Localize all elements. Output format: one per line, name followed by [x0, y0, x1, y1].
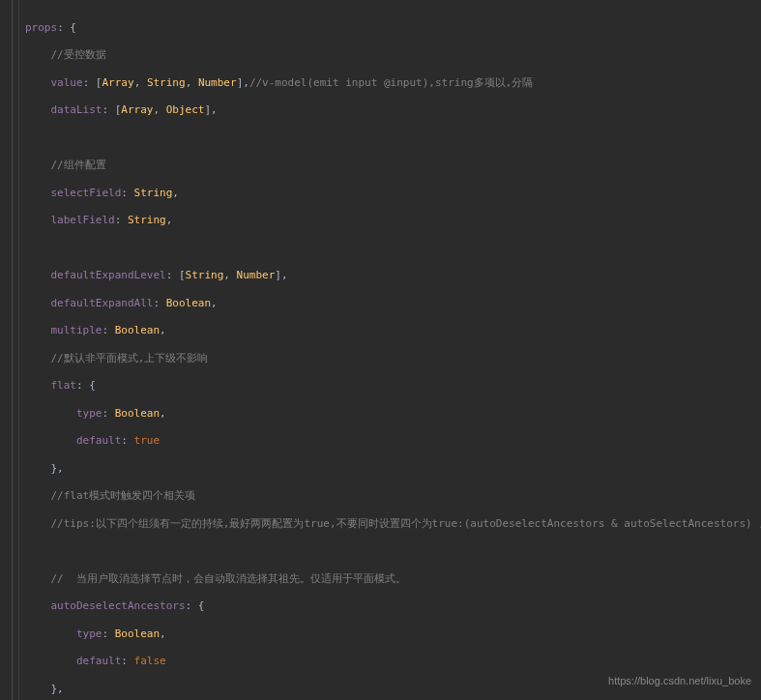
editor-gutter — [0, 0, 19, 700]
comment: //组件配置 — [51, 159, 106, 171]
comment: //默认非平面模式,上下级不影响 — [51, 352, 209, 365]
prop-dataList: dataList — [51, 103, 102, 116]
prop-autoDeselectAncestors: autoDeselectAncestors — [51, 599, 186, 612]
comment: //tips:以下四个组须有一定的持续,最好两两配置为true,不要同时设置四个… — [51, 517, 762, 530]
prop-value: value — [51, 76, 83, 89]
comment: //受控数据 — [51, 48, 106, 61]
comment: //flat模式时触发四个相关项 — [51, 489, 196, 502]
prop-labelField: labelField — [51, 214, 115, 226]
comment: // 当用户取消选择节点时，会自动取消选择其祖先。仅适用于平面模式。 — [51, 572, 407, 585]
prop-props: props — [25, 21, 57, 34]
prop-flat: flat — [51, 379, 77, 392]
prop-defaultExpandAll: defaultExpandAll — [51, 297, 154, 309]
prop-multiple: multiple — [51, 324, 102, 336]
code-content[interactable]: props: { //受控数据 value: [Array, String, N… — [19, 0, 761, 700]
prop-defaultExpandLevel: defaultExpandLevel — [51, 269, 166, 281]
code-editor[interactable]: props: { //受控数据 value: [Array, String, N… — [0, 0, 761, 700]
fold-guide — [12, 0, 13, 700]
prop-selectField: selectField — [51, 187, 122, 199]
